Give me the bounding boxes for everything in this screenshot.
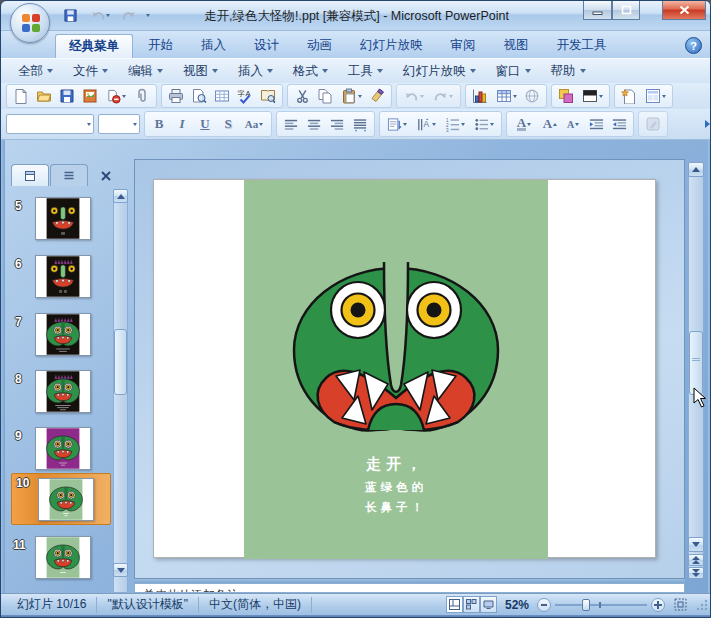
insert-table-icon[interactable] [492,86,520,106]
paste-icon[interactable] [337,86,365,106]
slide-thumbnail-8[interactable] [35,370,91,413]
increase-indent-icon[interactable] [608,114,630,134]
main-scrollbar-thumb[interactable] [689,331,703,395]
print-preview-icon[interactable] [188,86,210,106]
tab-slides[interactable] [11,164,49,186]
slide-thumbnail-11[interactable] [35,536,91,579]
format-object-icon[interactable] [642,114,664,134]
font-color-button[interactable]: A [510,114,538,134]
menu-view[interactable]: 视图 [174,60,227,83]
print-icon[interactable] [165,86,187,106]
normal-view-icon[interactable] [446,596,463,613]
slide-text-line1[interactable]: 走开， [244,455,548,474]
numbering-icon[interactable] [441,114,469,134]
cut-icon[interactable] [291,86,313,106]
font-size-combo[interactable] [98,114,140,134]
save-icon[interactable] [56,86,78,106]
change-case-button[interactable]: Aa [240,114,268,134]
slide-thumbnail-7[interactable] [35,313,91,356]
permission-icon[interactable] [102,86,130,106]
open-icon[interactable] [33,86,55,106]
tab-insert[interactable]: 插入 [188,34,239,58]
redo-button[interactable] [117,5,139,25]
close-button[interactable] [662,1,706,20]
slide-text-line3[interactable]: 长鼻子！ [244,500,548,515]
language-label[interactable]: 中文(简体，中国) [199,597,312,613]
underline-button[interactable]: U [194,114,216,134]
tab-design[interactable]: 设计 [241,34,292,58]
tab-outline[interactable] [50,164,88,186]
zoom-out-icon[interactable] [537,598,551,612]
sidebar-scroll-down-icon[interactable] [113,563,128,577]
italic-button[interactable]: I [171,114,193,134]
menu-format[interactable]: 格式 [284,60,337,83]
slide-layout-icon[interactable] [641,86,669,106]
tab-developer[interactable]: 开发工具 [544,34,620,58]
slide-thumbnail-9[interactable] [35,427,91,470]
save-button[interactable] [59,5,81,25]
bold-button[interactable]: B [148,114,170,134]
paragraph-direction-icon[interactable] [383,114,411,134]
slide-thumbnail-10-selected[interactable]: 10 [11,473,111,525]
notes-pane[interactable]: 单击此处添加备注 [134,583,685,593]
shadow-button[interactable]: S [217,114,239,134]
slideshow-view-icon[interactable] [480,596,497,613]
hyperlink-icon[interactable] [521,86,543,106]
format-painter-icon[interactable] [366,86,388,106]
toolbar-overflow-icon[interactable] [705,120,710,128]
zoom-slider-thumb[interactable] [582,599,590,611]
resize-grip[interactable] [695,598,708,611]
tab-view[interactable]: 视图 [491,34,542,58]
redo-icon[interactable] [429,86,457,106]
menu-file[interactable]: 文件 [64,60,117,83]
next-slide-button[interactable] [688,567,704,579]
align-right-icon[interactable] [326,114,348,134]
undo-icon[interactable] [400,86,428,106]
menu-tools[interactable]: 工具 [339,60,392,83]
attach-file-icon[interactable] [131,86,153,106]
previous-slide-button[interactable] [688,554,704,566]
decrease-indent-icon[interactable] [585,114,607,134]
insert-chart-icon[interactable] [469,86,491,106]
tab-slideshow[interactable]: 幻灯片放映 [347,34,436,58]
increase-font-button[interactable]: A [539,114,561,134]
bullets-icon[interactable] [470,114,498,134]
save-as-picture-icon[interactable] [79,86,101,106]
align-center-icon[interactable] [303,114,325,134]
scroll-up-icon[interactable] [688,162,704,177]
slide-sorter-icon[interactable] [463,596,480,613]
table-grid-icon[interactable] [211,86,233,106]
vertical-text-icon[interactable] [412,114,440,134]
menu-insert[interactable]: 插入 [229,60,282,83]
sidebar-scrollbar-thumb[interactable] [114,329,127,395]
scroll-down-icon[interactable] [688,537,704,552]
slide-text-line2[interactable]: 蓝绿色的 [244,480,548,495]
customize-quick-access-button[interactable] [141,5,155,25]
sidebar-scroll-up-icon[interactable] [113,189,128,203]
font-name-combo[interactable] [6,114,94,134]
close-pane-button[interactable] [97,167,115,184]
menu-all[interactable]: 全部 [9,60,62,83]
spell-check-icon[interactable] [234,86,256,106]
maximize-button[interactable] [612,1,640,20]
new-icon[interactable] [10,86,32,106]
copy-icon[interactable] [314,86,336,106]
decrease-font-button[interactable]: A [562,114,584,134]
menu-window[interactable]: 窗口 [487,60,540,83]
menu-slideshow[interactable]: 幻灯片放映 [394,60,485,83]
design-template-label[interactable]: "默认设计模板" [97,597,199,613]
new-slide-icon[interactable] [618,86,640,106]
tab-home[interactable]: 开始 [135,34,186,58]
menu-edit[interactable]: 编辑 [119,60,172,83]
slide-canvas[interactable]: 走开， 蓝绿色的 长鼻子！ [153,179,656,558]
zoom-level[interactable]: 52% [497,598,537,612]
slide-thumbnail-5[interactable] [35,197,91,240]
tab-classic-menu[interactable]: 经典菜单 [55,34,133,58]
tab-review[interactable]: 审阅 [438,34,489,58]
minimize-button[interactable] [583,1,612,20]
office-button[interactable] [10,3,50,43]
justify-icon[interactable] [349,114,371,134]
fit-to-window-icon[interactable] [671,597,689,613]
zoom-in-icon[interactable] [651,598,665,612]
zoom-slider[interactable] [555,598,647,612]
